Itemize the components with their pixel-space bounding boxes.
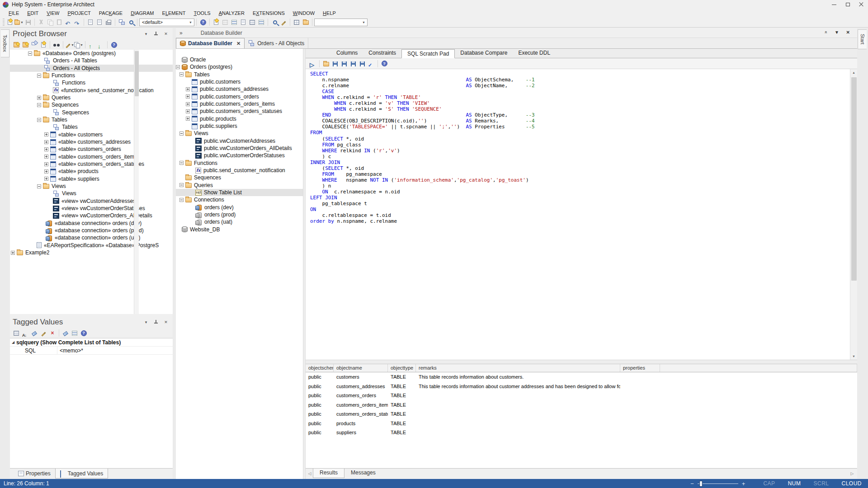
help-icon[interactable] (380, 59, 389, 68)
save-as-icon[interactable] (330, 59, 340, 68)
default-style-combobox[interactable]: <default>▼ (139, 19, 194, 26)
tree-item[interactable]: «Database» Orders (postgres) (10, 50, 173, 57)
package-browse-icon[interactable] (301, 18, 310, 27)
tab-constraints[interactable]: Constraints (363, 49, 401, 58)
tab-properties[interactable]: Properties (14, 469, 55, 479)
open-file-icon[interactable] (321, 59, 330, 68)
collapse-icon[interactable] (179, 131, 184, 136)
result-row[interactable]: publiccustomers_orders_itemsTABLE (306, 400, 857, 410)
save-alt-icon[interactable] (358, 59, 367, 68)
validate-icon[interactable] (239, 18, 248, 27)
tree-item[interactable]: Tables (10, 116, 173, 123)
move-down-icon[interactable] (96, 41, 105, 49)
expand-icon[interactable] (44, 155, 48, 159)
move-up-icon[interactable] (87, 41, 96, 49)
audit-icon[interactable] (248, 18, 257, 27)
tree-item[interactable]: public.send_customer_notification (176, 167, 303, 174)
column-header-objectschema[interactable]: objectschema (306, 364, 334, 372)
help-icon[interactable] (79, 329, 88, 338)
zoom-out-button[interactable]: − (687, 480, 698, 487)
tree-item[interactable]: Functions (10, 72, 173, 79)
start-tab[interactable]: Start (858, 29, 867, 49)
tree-item[interactable]: public.suppliers (176, 122, 303, 130)
new-element2-icon[interactable] (39, 41, 48, 49)
sort-az-icon[interactable] (21, 329, 30, 338)
menu-extensions[interactable]: EXTENSIONS (249, 9, 289, 17)
tree-item[interactable]: Connections (176, 196, 303, 203)
search-icon[interactable] (270, 18, 279, 27)
tree-item[interactable]: public.customers_orders (176, 93, 303, 100)
expand-icon[interactable] (37, 96, 41, 100)
tab-columns[interactable]: Columns (331, 49, 363, 58)
zoom-slider-thumb[interactable] (699, 481, 703, 487)
matrix-icon[interactable] (221, 18, 230, 27)
tree-item[interactable]: Oracle (176, 56, 303, 63)
save-query-icon[interactable] (340, 59, 349, 68)
pin-icon[interactable] (153, 319, 159, 325)
tag-checklist-icon[interactable] (70, 329, 79, 338)
tag-value[interactable]: <memo>* (57, 347, 173, 354)
tree-item[interactable]: «table» customers_addresses (10, 138, 173, 145)
tree-item[interactable]: Tables (10, 123, 173, 131)
edit-tag-icon[interactable] (39, 329, 48, 338)
find-in-browser-icon[interactable] (52, 41, 61, 49)
tab-tagged-values[interactable]: Tagged Values (55, 469, 108, 479)
tree-item[interactable]: «table» suppliers (10, 175, 173, 183)
collapse-icon[interactable] (179, 183, 184, 187)
tree-item[interactable]: orders (dev) (176, 204, 303, 211)
menu-view[interactable]: VIEW (42, 9, 63, 17)
expand-icon[interactable] (44, 140, 48, 144)
menu-edit[interactable]: EDIT (23, 9, 42, 17)
collapse-icon[interactable] (176, 65, 180, 69)
result-row[interactable]: publicproductsTABLE (306, 419, 857, 428)
expand-icon[interactable] (186, 109, 190, 113)
menu-element[interactable]: ELEMENT (158, 9, 190, 17)
tree-item[interactable]: public.vwCustomerOrderStatuses (176, 152, 303, 159)
chevron-down-icon[interactable]: ▼ (187, 19, 194, 26)
tree-item[interactable]: «database connection» orders (dev) (10, 220, 173, 227)
sql-code[interactable]: SELECT n.nspname AS ObjectSchema, --1 c.… (310, 71, 535, 224)
tree-item[interactable]: Sequences (176, 174, 303, 181)
menu-file[interactable]: FILE (5, 9, 23, 17)
tree-item[interactable]: Show Table List (176, 189, 303, 196)
tab-database-builder[interactable]: Database Builder ✕ (176, 38, 245, 48)
chevron-down-icon[interactable]: ▼ (71, 43, 74, 47)
chevron-right-icon[interactable]: » (179, 30, 183, 36)
close-panel-icon[interactable]: ✕ (163, 31, 169, 37)
tree-item[interactable]: «table» customers_orders_statuses (10, 160, 173, 168)
expand-icon[interactable] (44, 177, 48, 181)
tree-item[interactable]: public.vwCustomerAddresses (176, 137, 303, 145)
tab-execute-ddl[interactable]: Execute DDL (513, 49, 556, 58)
new-diagram-icon[interactable] (30, 41, 39, 49)
minimize-button[interactable] (827, 0, 841, 9)
tree-item[interactable]: public.customers_orders_statuses (176, 108, 303, 115)
search-combobox[interactable]: ▼ (314, 19, 368, 26)
panel-menu-icon[interactable]: ▾ (143, 31, 149, 37)
new-folder-icon[interactable] (21, 41, 30, 49)
tagged-value-group-row[interactable]: ◢ sqlquery (Show Complete List of Tables… (10, 338, 173, 347)
column-header-objecttype[interactable]: objecttype (388, 364, 416, 372)
open-diagram-icon[interactable] (117, 18, 126, 27)
tab-orders-all-objects[interactable]: Orders - All Objects (245, 38, 308, 48)
tabs-scroll-right-icon[interactable]: ▷ (849, 471, 855, 476)
workspace-icon[interactable] (292, 18, 301, 27)
tree-item[interactable]: Functions (10, 79, 173, 86)
column-header-objectname[interactable]: objectname (334, 364, 388, 372)
tree-item[interactable]: «EAReportSpecification» «Database» Postg… (10, 242, 173, 249)
pane-menu-icon[interactable]: ▼ (835, 30, 839, 35)
expand-icon[interactable] (44, 132, 48, 136)
project-browser-scrollbar[interactable] (134, 50, 139, 314)
tree-item[interactable]: «table» customers (10, 131, 173, 138)
collapse-icon[interactable] (37, 118, 41, 122)
tree-item[interactable]: Sequences (10, 109, 173, 116)
chevron-down-icon[interactable]: ▼ (80, 43, 83, 47)
save-icon[interactable] (24, 18, 33, 27)
collapse-icon[interactable] (37, 103, 41, 107)
expand-icon[interactable] (44, 169, 48, 174)
result-row[interactable]: publiccustomers_orders_statusesTABLE (306, 409, 857, 419)
print-icon[interactable] (104, 18, 113, 27)
menu-package[interactable]: PACKAGE (95, 9, 127, 17)
collapse-icon[interactable] (37, 74, 41, 78)
new-tag-icon[interactable] (30, 329, 39, 338)
pin-icon[interactable] (153, 31, 159, 37)
